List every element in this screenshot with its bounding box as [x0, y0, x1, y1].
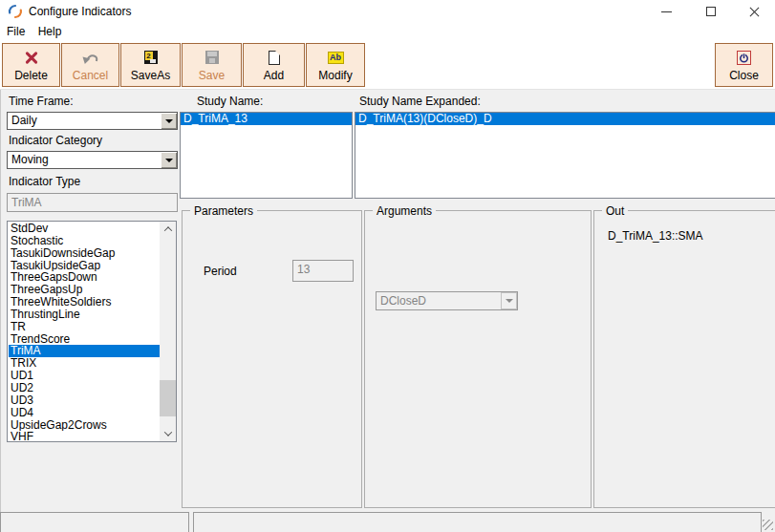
parameters-title: Parameters: [190, 204, 257, 218]
time-frame-label: Time Frame:: [9, 95, 74, 108]
indicator-type-field: TriMA: [7, 193, 178, 212]
chevron-down-icon[interactable]: [161, 113, 177, 129]
study-name-label: Study Name:: [197, 95, 263, 108]
chevron-down-icon: [501, 292, 517, 309]
undo-arrow-icon: [62, 47, 118, 68]
menu-bar: File Help: [0, 23, 775, 42]
status-bar: [0, 512, 775, 532]
close-window-button[interactable]: [732, 0, 775, 25]
list-item[interactable]: TasukiUpsideGap: [9, 260, 160, 272]
arguments-groupbox: Arguments: [364, 210, 592, 508]
delete-button[interactable]: Delete: [2, 43, 60, 87]
scroll-down-icon[interactable]: [160, 426, 176, 441]
status-panel-left: [0, 512, 189, 532]
parameters-groupbox: Parameters: [182, 210, 362, 508]
list-item[interactable]: TRIX: [9, 357, 160, 370]
arguments-title: Arguments: [373, 204, 436, 218]
configure-indicators-window: Configure Indicators File Help Delete Ca…: [0, 0, 775, 532]
status-panel-right: [193, 512, 762, 532]
list-item[interactable]: UD2: [9, 382, 160, 394]
list-scrollbar[interactable]: [160, 222, 176, 441]
minimize-button[interactable]: [644, 0, 688, 25]
out-title: Out: [602, 204, 628, 218]
list-item[interactable]: TR: [9, 321, 160, 333]
close-button[interactable]: Close: [715, 43, 773, 87]
study-name-expanded-list[interactable]: D_TriMA(13)(DCloseD)_D: [355, 112, 775, 199]
rename-ab-icon: Ab: [307, 47, 364, 68]
scrollbar-thumb[interactable]: [160, 380, 176, 416]
period-field: 13: [292, 260, 354, 282]
delete-x-icon: [3, 47, 59, 68]
out-value: D_TriMA_13::SMA: [608, 229, 703, 243]
minimize-icon: [661, 11, 672, 12]
main-content: Time Frame: Daily Indicator Category Mov…: [0, 90, 775, 512]
list-item[interactable]: ThreeGapsDown: [9, 271, 160, 284]
indicator-category-label: Indicator Category: [9, 134, 102, 147]
new-document-icon: [244, 47, 304, 68]
power-icon: [716, 47, 772, 68]
chevron-down-icon[interactable]: [161, 152, 177, 168]
modify-button[interactable]: Ab Modify: [306, 43, 365, 87]
close-icon: [748, 6, 761, 18]
argument-select: DCloseD: [376, 291, 518, 310]
study-expanded-selected-row[interactable]: D_TriMA(13)(DCloseD)_D: [355, 113, 775, 125]
list-item-selected[interactable]: TriMA: [9, 345, 160, 357]
list-item[interactable]: StdDev: [9, 223, 160, 235]
list-item[interactable]: UD4: [9, 407, 160, 419]
period-label: Period: [204, 265, 237, 278]
save-icon: [183, 47, 241, 68]
list-item[interactable]: UD1: [9, 370, 160, 382]
app-icon: [8, 4, 23, 19]
time-frame-select[interactable]: Daily: [7, 112, 178, 130]
list-item[interactable]: ThreeWhiteSoldiers: [9, 296, 160, 309]
title-bar: Configure Indicators: [0, 0, 775, 23]
list-item[interactable]: ThreeGapsUp: [9, 284, 160, 296]
study-name-list[interactable]: D_TriMA_13: [180, 112, 353, 199]
toolbar: Delete Cancel 2 SaveAs Save Add Ab Modif: [0, 42, 775, 90]
menu-help[interactable]: Help: [33, 23, 67, 40]
list-item[interactable]: UpsideGap2Crows: [9, 419, 160, 432]
list-item[interactable]: TrendScore: [9, 333, 160, 346]
save-button[interactable]: Save: [182, 43, 242, 87]
resize-grip[interactable]: [763, 520, 773, 530]
indicator-type-label: Indicator Type: [9, 175, 80, 188]
list-item[interactable]: Stochastic: [9, 235, 160, 247]
out-groupbox: Out: [593, 210, 775, 508]
list-item[interactable]: TasukiDownsideGap: [9, 247, 160, 260]
list-item[interactable]: ThrustingLine: [9, 309, 160, 321]
add-button[interactable]: Add: [243, 43, 305, 87]
maximize-button[interactable]: [689, 0, 733, 25]
cancel-button[interactable]: Cancel: [61, 43, 119, 87]
indicator-list[interactable]: StdDev Stochastic TasukiDownsideGap Tasu…: [7, 221, 177, 442]
menu-file[interactable]: File: [2, 23, 30, 40]
list-item[interactable]: VHF: [9, 431, 160, 443]
study-name-expanded-label: Study Name Expanded:: [359, 95, 481, 108]
save-as-icon: 2: [121, 47, 180, 68]
indicator-category-select[interactable]: Moving: [7, 151, 178, 169]
save-as-button[interactable]: 2 SaveAs: [120, 43, 181, 87]
scroll-up-icon[interactable]: [160, 222, 176, 237]
list-item[interactable]: UD3: [9, 394, 160, 407]
maximize-icon: [706, 7, 716, 16]
study-name-selected-row[interactable]: D_TriMA_13: [181, 113, 352, 125]
window-title: Configure Indicators: [29, 0, 131, 23]
